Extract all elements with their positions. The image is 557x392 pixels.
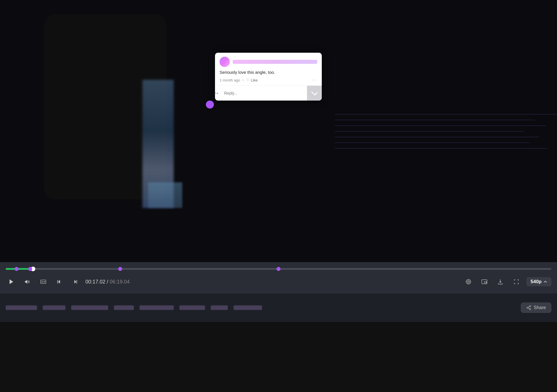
chapter-dot[interactable] bbox=[118, 267, 122, 271]
reply-area: ↪ bbox=[215, 85, 322, 101]
svg-point-16 bbox=[530, 306, 531, 307]
play-icon bbox=[8, 279, 15, 285]
timeline-track[interactable] bbox=[6, 268, 551, 270]
svg-line-19 bbox=[528, 307, 530, 307]
chapters-button[interactable] bbox=[463, 276, 474, 287]
volume-button[interactable] bbox=[22, 276, 33, 287]
meta-tag1 bbox=[114, 305, 134, 310]
prev-icon bbox=[56, 279, 62, 285]
quality-button[interactable]: 540p bbox=[527, 277, 551, 286]
share-label: Share bbox=[534, 305, 546, 310]
more-options-button[interactable]: ··· bbox=[312, 77, 317, 83]
current-time: 00:17.02 bbox=[85, 279, 105, 285]
play-button[interactable] bbox=[6, 276, 17, 287]
next-icon bbox=[72, 279, 78, 285]
svg-point-13 bbox=[468, 281, 469, 282]
quality-label: 540p bbox=[531, 279, 542, 285]
video-player[interactable]: Seriously love this angle, too. 1 month … bbox=[0, 0, 557, 262]
comment-separator: • bbox=[242, 78, 244, 82]
meta-date bbox=[43, 305, 65, 310]
svg-rect-4 bbox=[43, 281, 45, 281]
svg-marker-0 bbox=[10, 279, 13, 284]
download-button[interactable] bbox=[495, 276, 506, 287]
like-button[interactable]: ♡ Like bbox=[246, 78, 258, 82]
reply-submit-button[interactable] bbox=[307, 86, 322, 101]
svg-marker-1 bbox=[25, 280, 27, 284]
comment-time: 1 month ago bbox=[220, 78, 240, 82]
checkmark-icon bbox=[311, 89, 318, 96]
video-texture bbox=[335, 114, 557, 171]
share-button[interactable]: Share bbox=[521, 303, 551, 313]
comment-header bbox=[220, 57, 317, 67]
svg-marker-7 bbox=[58, 280, 60, 284]
volume-icon bbox=[24, 279, 30, 285]
next-chapter-button[interactable] bbox=[69, 276, 81, 287]
meta-title bbox=[6, 305, 37, 310]
meta-views bbox=[71, 305, 108, 310]
time-separator: / bbox=[107, 279, 110, 285]
svg-rect-15 bbox=[484, 281, 486, 283]
comment-popup: Seriously love this angle, too. 1 month … bbox=[215, 53, 322, 101]
video-metadata bbox=[6, 305, 521, 310]
chapters-icon bbox=[465, 279, 472, 285]
total-time: 06:19.04 bbox=[110, 279, 130, 285]
prev-chapter-button[interactable] bbox=[54, 276, 65, 287]
download-icon bbox=[497, 279, 503, 285]
meta-tag2 bbox=[140, 305, 174, 310]
comment-marker[interactable] bbox=[206, 101, 214, 109]
svg-rect-3 bbox=[42, 281, 43, 281]
chapter-dot[interactable] bbox=[28, 267, 32, 271]
svg-rect-5 bbox=[42, 282, 43, 282]
svg-rect-6 bbox=[44, 282, 45, 282]
svg-rect-2 bbox=[41, 280, 46, 284]
captions-icon bbox=[40, 279, 46, 285]
svg-point-18 bbox=[530, 309, 531, 310]
svg-line-20 bbox=[528, 308, 530, 309]
svg-point-17 bbox=[527, 307, 529, 309]
chevron-up-icon bbox=[543, 280, 547, 284]
video-overlay-2 bbox=[148, 182, 182, 208]
heart-icon: ♡ bbox=[246, 78, 250, 82]
controls-bar: 00:17.02 / 06:19.04 bbox=[0, 262, 557, 293]
reply-input[interactable] bbox=[220, 87, 307, 99]
like-label: Like bbox=[251, 78, 258, 82]
svg-marker-9 bbox=[74, 280, 76, 284]
username-blurred bbox=[233, 60, 317, 64]
timeline-area[interactable] bbox=[0, 268, 557, 274]
chapter-dot[interactable] bbox=[15, 267, 19, 271]
comment-meta: 1 month ago • ♡ Like ··· bbox=[220, 77, 317, 83]
bottom-bar: Share bbox=[0, 293, 557, 322]
fullscreen-icon bbox=[513, 279, 519, 285]
pip-button[interactable] bbox=[479, 276, 490, 287]
avatar bbox=[220, 57, 230, 67]
meta-extra3 bbox=[234, 305, 262, 310]
picture-icon bbox=[481, 279, 488, 285]
share-icon bbox=[526, 305, 531, 310]
reply-arrow-icon: ↪ bbox=[215, 91, 218, 95]
svg-rect-8 bbox=[58, 280, 58, 284]
meta-extra1 bbox=[179, 305, 205, 310]
right-controls: 540p bbox=[463, 276, 551, 287]
chapter-markers bbox=[6, 267, 551, 271]
chapter-dot[interactable] bbox=[277, 267, 280, 271]
controls-row: 00:17.02 / 06:19.04 bbox=[0, 276, 557, 287]
comment-text: Seriously love this angle, too. bbox=[220, 69, 317, 75]
captions-button[interactable] bbox=[38, 276, 49, 287]
time-display: 00:17.02 / 06:19.04 bbox=[85, 279, 130, 285]
bottom-right: Share bbox=[521, 303, 551, 313]
fullscreen-button[interactable] bbox=[511, 276, 522, 287]
meta-extra2 bbox=[211, 305, 228, 310]
svg-rect-10 bbox=[77, 280, 77, 284]
